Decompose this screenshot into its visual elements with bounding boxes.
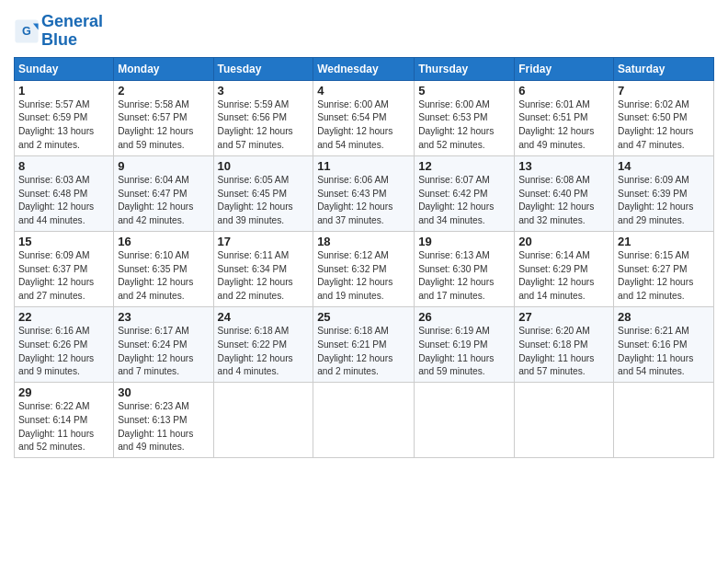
day-info: Sunrise: 6:01 AM Sunset: 6:51 PM Dayligh… [518, 98, 609, 153]
calendar-cell: 11Sunrise: 6:06 AM Sunset: 6:43 PM Dayli… [313, 155, 415, 231]
page: G General Blue SundayMondayTuesdayWednes… [0, 0, 728, 563]
day-info: Sunrise: 6:20 AM Sunset: 6:18 PM Dayligh… [518, 325, 609, 379]
calendar-cell: 26Sunrise: 6:19 AM Sunset: 6:19 PM Dayli… [415, 306, 515, 382]
logo-blue: Blue [41, 30, 77, 49]
calendar-cell: 17Sunrise: 6:11 AM Sunset: 6:34 PM Dayli… [213, 231, 313, 306]
calendar-cell [614, 383, 714, 458]
day-info: Sunrise: 6:18 AM Sunset: 6:21 PM Dayligh… [317, 325, 410, 379]
day-info: Sunrise: 6:23 AM Sunset: 6:13 PM Dayligh… [118, 400, 209, 454]
calendar-cell [213, 383, 313, 458]
calendar-cell: 21Sunrise: 6:15 AM Sunset: 6:27 PM Dayli… [614, 231, 714, 306]
header: G General Blue [14, 9, 714, 50]
calendar-cell: 28Sunrise: 6:21 AM Sunset: 6:16 PM Dayli… [614, 306, 714, 382]
calendar-cell: 10Sunrise: 6:05 AM Sunset: 6:45 PM Dayli… [213, 155, 313, 231]
calendar-cell: 13Sunrise: 6:08 AM Sunset: 6:40 PM Dayli… [515, 155, 614, 231]
logo: G General Blue [14, 13, 103, 50]
calendar-cell: 7Sunrise: 6:02 AM Sunset: 6:50 PM Daylig… [614, 80, 714, 155]
day-number: 8 [18, 159, 109, 173]
calendar-cell [313, 383, 415, 458]
day-info: Sunrise: 6:06 AM Sunset: 6:43 PM Dayligh… [317, 174, 410, 228]
calendar-week-row: 29Sunrise: 6:22 AM Sunset: 6:14 PM Dayli… [15, 383, 714, 458]
calendar-cell: 2Sunrise: 5:58 AM Sunset: 6:57 PM Daylig… [114, 80, 213, 155]
calendar-cell: 25Sunrise: 6:18 AM Sunset: 6:21 PM Dayli… [313, 306, 415, 382]
day-number: 5 [418, 84, 510, 98]
weekday-header-thursday: Thursday [415, 57, 515, 80]
calendar-cell: 19Sunrise: 6:13 AM Sunset: 6:30 PM Dayli… [415, 231, 515, 306]
calendar-cell: 4Sunrise: 6:00 AM Sunset: 6:54 PM Daylig… [313, 80, 415, 155]
day-number: 11 [317, 159, 410, 173]
calendar-week-row: 22Sunrise: 6:16 AM Sunset: 6:26 PM Dayli… [15, 306, 714, 382]
day-number: 27 [518, 310, 609, 324]
day-number: 17 [218, 235, 310, 248]
weekday-header-saturday: Saturday [614, 57, 714, 80]
calendar-cell: 22Sunrise: 6:16 AM Sunset: 6:26 PM Dayli… [15, 306, 114, 382]
day-number: 10 [218, 159, 310, 173]
day-info: Sunrise: 6:22 AM Sunset: 6:14 PM Dayligh… [18, 400, 109, 454]
day-number: 28 [618, 310, 710, 324]
day-info: Sunrise: 6:00 AM Sunset: 6:54 PM Dayligh… [317, 98, 410, 153]
calendar-cell: 1Sunrise: 5:57 AM Sunset: 6:59 PM Daylig… [15, 80, 114, 155]
calendar-week-row: 15Sunrise: 6:09 AM Sunset: 6:37 PM Dayli… [15, 231, 714, 306]
calendar-cell: 9Sunrise: 6:04 AM Sunset: 6:47 PM Daylig… [114, 155, 213, 231]
day-info: Sunrise: 6:12 AM Sunset: 6:32 PM Dayligh… [317, 249, 410, 304]
logo-general: General [41, 12, 103, 30]
day-number: 7 [618, 84, 710, 98]
weekday-header-sunday: Sunday [15, 57, 114, 80]
day-info: Sunrise: 6:17 AM Sunset: 6:24 PM Dayligh… [118, 325, 209, 379]
logo-icon: G [14, 18, 40, 44]
calendar-cell: 6Sunrise: 6:01 AM Sunset: 6:51 PM Daylig… [515, 80, 614, 155]
day-number: 30 [118, 385, 209, 399]
day-info: Sunrise: 6:13 AM Sunset: 6:30 PM Dayligh… [418, 249, 510, 304]
calendar-cell: 16Sunrise: 6:10 AM Sunset: 6:35 PM Dayli… [114, 231, 213, 306]
day-number: 2 [118, 84, 209, 98]
calendar-cell: 14Sunrise: 6:09 AM Sunset: 6:39 PM Dayli… [614, 155, 714, 231]
day-number: 21 [618, 235, 710, 248]
day-info: Sunrise: 6:04 AM Sunset: 6:47 PM Dayligh… [118, 174, 209, 228]
day-number: 12 [418, 159, 510, 173]
day-number: 19 [418, 235, 510, 248]
calendar-cell [515, 383, 614, 458]
day-number: 24 [218, 310, 310, 324]
day-number: 16 [118, 235, 209, 248]
svg-text:G: G [22, 25, 31, 38]
day-info: Sunrise: 5:58 AM Sunset: 6:57 PM Dayligh… [118, 98, 209, 153]
day-number: 6 [518, 84, 609, 98]
calendar-week-row: 8Sunrise: 6:03 AM Sunset: 6:48 PM Daylig… [15, 155, 714, 231]
day-info: Sunrise: 6:03 AM Sunset: 6:48 PM Dayligh… [18, 174, 109, 228]
day-number: 14 [618, 159, 710, 173]
calendar-cell [415, 383, 515, 458]
day-number: 29 [18, 385, 109, 399]
calendar-cell: 12Sunrise: 6:07 AM Sunset: 6:42 PM Dayli… [415, 155, 515, 231]
weekday-header-friday: Friday [515, 57, 614, 80]
day-number: 22 [18, 310, 109, 324]
weekday-header-monday: Monday [114, 57, 213, 80]
day-info: Sunrise: 6:10 AM Sunset: 6:35 PM Dayligh… [118, 249, 209, 304]
day-number: 13 [518, 159, 609, 173]
day-info: Sunrise: 6:00 AM Sunset: 6:53 PM Dayligh… [418, 98, 510, 153]
day-number: 15 [18, 235, 109, 248]
weekday-header-tuesday: Tuesday [213, 57, 313, 80]
calendar-cell: 20Sunrise: 6:14 AM Sunset: 6:29 PM Dayli… [515, 231, 614, 306]
day-number: 3 [218, 84, 310, 98]
day-info: Sunrise: 6:09 AM Sunset: 6:37 PM Dayligh… [18, 249, 109, 304]
day-info: Sunrise: 5:59 AM Sunset: 6:56 PM Dayligh… [218, 98, 310, 153]
day-info: Sunrise: 6:11 AM Sunset: 6:34 PM Dayligh… [218, 249, 310, 304]
day-number: 23 [118, 310, 209, 324]
calendar-cell: 8Sunrise: 6:03 AM Sunset: 6:48 PM Daylig… [15, 155, 114, 231]
calendar-cell: 5Sunrise: 6:00 AM Sunset: 6:53 PM Daylig… [415, 80, 515, 155]
calendar-cell: 23Sunrise: 6:17 AM Sunset: 6:24 PM Dayli… [114, 306, 213, 382]
calendar-cell: 15Sunrise: 6:09 AM Sunset: 6:37 PM Dayli… [15, 231, 114, 306]
day-info: Sunrise: 6:08 AM Sunset: 6:40 PM Dayligh… [518, 174, 609, 228]
day-number: 18 [317, 235, 410, 248]
calendar-cell: 24Sunrise: 6:18 AM Sunset: 6:22 PM Dayli… [213, 306, 313, 382]
day-number: 26 [418, 310, 510, 324]
calendar-cell: 3Sunrise: 5:59 AM Sunset: 6:56 PM Daylig… [213, 80, 313, 155]
day-info: Sunrise: 6:02 AM Sunset: 6:50 PM Dayligh… [618, 98, 710, 153]
day-info: Sunrise: 6:05 AM Sunset: 6:45 PM Dayligh… [218, 174, 310, 228]
calendar-cell: 27Sunrise: 6:20 AM Sunset: 6:18 PM Dayli… [515, 306, 614, 382]
day-number: 1 [18, 84, 109, 98]
day-info: Sunrise: 6:18 AM Sunset: 6:22 PM Dayligh… [218, 325, 310, 379]
day-info: Sunrise: 5:57 AM Sunset: 6:59 PM Dayligh… [18, 98, 109, 153]
weekday-header-row: SundayMondayTuesdayWednesdayThursdayFrid… [15, 57, 714, 80]
day-number: 4 [317, 84, 410, 98]
